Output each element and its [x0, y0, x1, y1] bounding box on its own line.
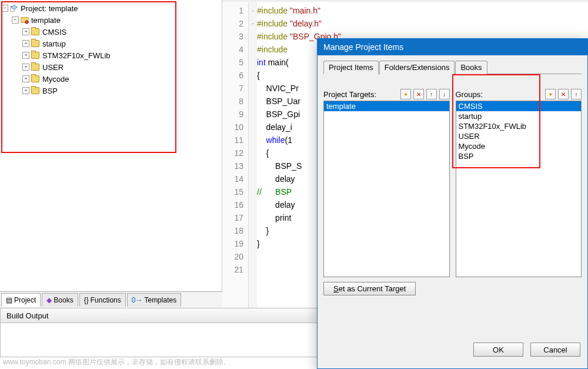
project-tab-icon: ▤ [6, 296, 12, 304]
tree-folder[interactable]: +BSP [1, 85, 220, 97]
ok-button[interactable]: OK [473, 343, 523, 357]
folder-label: USER [42, 63, 64, 72]
list-item[interactable]: STM32F10x_FWLib [456, 121, 582, 131]
folder-label: STM32F10x_FWLib [42, 51, 111, 60]
new-target-button[interactable]: ✦ [400, 89, 411, 99]
folder-icon [31, 52, 39, 59]
list-item[interactable]: BSP [456, 151, 582, 161]
dialog-tabs: Project Items Folders/Extensions Books [323, 60, 582, 74]
tree-folder[interactable]: +USER [1, 61, 220, 73]
tree-folder[interactable]: +STM32F10x_FWLib [1, 49, 220, 61]
tab-templates[interactable]: 0→ Templates [127, 293, 181, 307]
folder-icon [31, 40, 39, 47]
line-gutter: 123456789101112131415161718192021 [222, 2, 249, 308]
tab-label: Functions [91, 296, 121, 304]
fold-column: -- [249, 2, 257, 308]
target-icon [21, 16, 29, 24]
folder-icon [31, 64, 39, 71]
collapse-icon[interactable]: − [1, 5, 8, 12]
templates-tab-icon: 0→ [132, 296, 143, 304]
expand-icon[interactable]: + [22, 75, 29, 82]
project-icon [10, 4, 18, 12]
folder-label: CMSIS [42, 28, 66, 36]
groups-list[interactable]: CMSISstartupSTM32F10x_FWLibUSERMycodeBSP [456, 101, 582, 277]
move-down-button[interactable]: ↓ [439, 89, 450, 99]
new-group-button[interactable]: ✦ [545, 89, 556, 99]
dialog-title: Manage Project Items [318, 39, 587, 55]
tab-label: Templates [144, 296, 176, 304]
folder-icon [31, 28, 39, 35]
dialog-tab-books[interactable]: Books [455, 61, 487, 74]
tree-folder[interactable]: +Mycode [1, 73, 220, 85]
list-item[interactable]: USER [456, 131, 582, 141]
tree-root[interactable]: − Project: template [1, 2, 220, 14]
set-current-target-button[interactable]: Set as Current Target [323, 282, 416, 295]
tab-books[interactable]: ◆ Books [42, 293, 78, 307]
folder-icon [31, 87, 39, 94]
expand-icon[interactable]: + [22, 40, 29, 47]
folder-label: startup [42, 39, 66, 48]
collapse-icon[interactable]: − [12, 16, 19, 24]
expand-icon[interactable]: + [22, 52, 29, 59]
project-targets-column: Project Targets: ✦ ✕ ↑ ↓ template Set as… [323, 89, 450, 295]
cancel-button[interactable]: Cancel [530, 343, 580, 357]
expand-icon[interactable]: + [22, 28, 29, 35]
manage-project-items-dialog: Manage Project Items Project Items Folde… [317, 38, 588, 369]
move-up-button[interactable]: ↑ [571, 89, 582, 99]
list-item[interactable]: startup [456, 111, 582, 121]
tree-template-label: template [31, 16, 61, 25]
bottom-tabs: ▤ Project ◆ Books {} Functions 0→ Templa… [0, 291, 222, 308]
targets-list[interactable]: template [323, 101, 450, 277]
tab-label: Books [54, 296, 73, 304]
folder-label: BSP [42, 87, 58, 95]
tree-root-label: Project: template [21, 4, 78, 13]
delete-group-button[interactable]: ✕ [558, 89, 569, 99]
delete-target-button[interactable]: ✕ [413, 89, 424, 99]
expand-icon[interactable]: + [22, 87, 29, 94]
tab-functions[interactable]: {} Functions [79, 293, 126, 307]
dialog-tab-folders[interactable]: Folders/Extensions [379, 61, 455, 74]
dialog-tab-project-items[interactable]: Project Items [323, 61, 379, 74]
targets-label: Project Targets: [323, 90, 398, 99]
move-up-button[interactable]: ↑ [426, 89, 437, 99]
project-panel: − Project: template − template +CMSIS+st… [0, 0, 222, 291]
groups-label: Groups: [456, 90, 543, 99]
tab-project[interactable]: ▤ Project [1, 293, 41, 307]
groups-column: Groups: ✦ ✕ ↑ CMSISstartupSTM32F10x_FWLi… [456, 89, 582, 295]
tab-label: Project [14, 296, 36, 304]
list-item[interactable]: Mycode [456, 141, 582, 151]
list-item[interactable]: CMSIS [456, 101, 582, 111]
list-item[interactable]: template [324, 101, 449, 111]
tree-folder[interactable]: +CMSIS [1, 26, 220, 38]
watermark: www.toymoban.com 网络图片仅供展示，非存储，如有侵权请联系删除。 [3, 357, 230, 367]
tree-folder[interactable]: +startup [1, 38, 220, 49]
folder-label: Mycode [42, 75, 69, 84]
folder-icon [31, 75, 39, 82]
books-tab-icon: ◆ [46, 296, 52, 304]
tree-template[interactable]: − template [1, 14, 220, 26]
svg-point-3 [25, 21, 28, 24]
project-tree: − Project: template − template +CMSIS+st… [0, 0, 222, 99]
expand-icon[interactable]: + [22, 64, 29, 71]
functions-tab-icon: {} [84, 296, 89, 304]
